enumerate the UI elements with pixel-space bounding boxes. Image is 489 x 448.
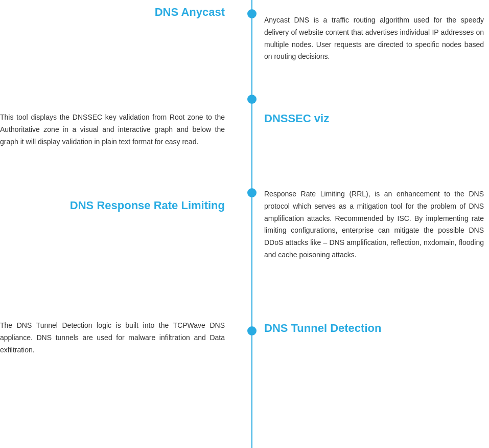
timeline-line	[251, 0, 252, 448]
item3-title: DNS Response Rate Limiting	[70, 199, 225, 212]
item4-title: DNS Tunnel Detection	[264, 322, 381, 334]
item1-title: DNS Anycast	[155, 6, 225, 18]
item3-description: Response Rate Limiting (RRL), is an enha…	[264, 188, 484, 261]
item3-right: Response Rate Limiting (RRL), is an enha…	[264, 188, 484, 261]
item2-title: DNSSEC viz	[264, 112, 329, 125]
item1-description: Anycast DNS is a traffic routing algorit…	[264, 14, 484, 63]
item4-description: The DNS Tunnel Detection logic is built …	[0, 320, 225, 356]
timeline-dot-3	[247, 188, 257, 197]
item2-right: DNSSEC viz	[264, 111, 484, 126]
item1-left: DNS Anycast	[0, 5, 240, 20]
item2-description: This tool displays the DNSSEC key valida…	[0, 111, 225, 148]
item4-left: The DNS Tunnel Detection logic is built …	[0, 320, 240, 356]
timeline-dot-1	[247, 9, 257, 18]
timeline-dot-2	[247, 95, 257, 104]
item3-left: DNS Response Rate Limiting	[0, 198, 240, 213]
timeline-dot-4	[247, 326, 257, 335]
timeline-container: DNS Anycast Anycast DNS is a traffic rou…	[0, 0, 489, 448]
item4-right: DNS Tunnel Detection	[264, 321, 484, 336]
item2-left: This tool displays the DNSSEC key valida…	[0, 111, 240, 148]
item1-right: Anycast DNS is a traffic routing algorit…	[264, 14, 484, 63]
